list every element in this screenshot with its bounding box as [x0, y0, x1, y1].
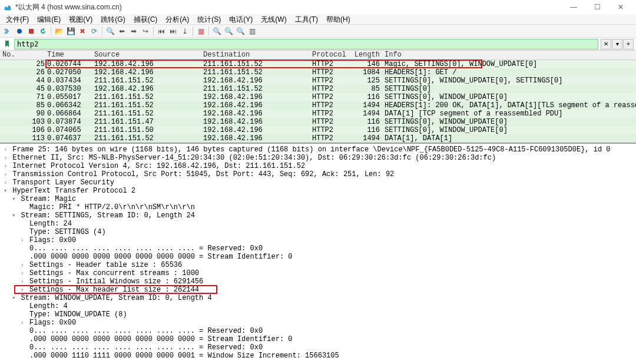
expand-caret-icon[interactable]: ›: [2, 154, 8, 162]
menu-tools[interactable]: 工具(T): [292, 14, 322, 24]
col-time[interactable]: Time: [47, 51, 94, 59]
detail-line[interactable]: .000 0000 0000 0000 0000 0000 0000 0000 …: [2, 335, 634, 343]
goto-icon[interactable]: ↪: [140, 26, 151, 37]
detail-line[interactable]: › Settings - Max header list size : 2621…: [2, 286, 634, 294]
resize-columns-icon[interactable]: ▥: [247, 26, 257, 37]
expand-caret-icon[interactable]: ›: [2, 162, 8, 170]
menu-jump[interactable]: 跳转(G): [97, 14, 128, 24]
collapse-caret-icon[interactable]: ▾: [11, 195, 16, 203]
detail-line[interactable]: › Transmission Control Protocol, Src Por…: [2, 170, 634, 178]
capture-options-icon[interactable]: [14, 26, 25, 37]
colorize-icon[interactable]: ▦: [196, 26, 206, 37]
expand-caret-icon[interactable]: ›: [19, 277, 25, 286]
expand-caret-icon[interactable]: ›: [19, 269, 25, 277]
expand-caret-icon[interactable]: ›: [19, 236, 25, 244]
detail-line[interactable]: ▾ HyperText Transfer Protocol 2: [2, 187, 634, 195]
menu-view[interactable]: 视图(V): [65, 14, 96, 24]
menu-capture[interactable]: 捕获(C): [130, 14, 161, 24]
restart-icon[interactable]: [38, 26, 48, 37]
detail-line[interactable]: 0... .... .... .... .... .... .... .... …: [2, 343, 634, 352]
prev-icon[interactable]: ⬅: [117, 26, 127, 37]
col-protocol[interactable]: Protocol: [312, 51, 353, 59]
display-filter-input[interactable]: [14, 39, 598, 49]
col-source[interactable]: Source: [94, 51, 203, 59]
detail-line[interactable]: ▾ Stream: SETTINGS, Stream ID: 0, Length…: [2, 211, 634, 220]
packet-details-pane[interactable]: › Frame 25: 146 bytes on wire (1168 bits…: [0, 144, 636, 362]
next-icon[interactable]: ➡: [128, 26, 139, 37]
detail-line[interactable]: Length: 4: [2, 302, 634, 310]
packet-row[interactable]: 710.055017211.161.151.52192.168.42.196HT…: [0, 93, 636, 101]
first-packet-icon[interactable]: ⏮: [156, 26, 167, 37]
packet-row[interactable]: 850.066342211.161.151.52192.168.42.196HT…: [0, 101, 636, 110]
menu-analyze[interactable]: 分析(A): [162, 14, 193, 24]
last-packet-icon[interactable]: ⏭: [168, 26, 178, 37]
packet-row[interactable]: 1130.074637211.161.151.52192.168.42.196H…: [0, 134, 636, 143]
packet-list-pane[interactable]: 250.026744192.168.42.196211.161.151.52HT…: [0, 60, 636, 144]
packet-row[interactable]: 1030.073874211.161.151.47192.168.42.196H…: [0, 118, 636, 126]
col-no[interactable]: No.: [0, 51, 47, 59]
col-destination[interactable]: Destination: [203, 51, 312, 59]
detail-line[interactable]: › Settings - Max concurrent streams : 10…: [2, 269, 634, 277]
expand-caret-icon[interactable]: ›: [19, 319, 25, 327]
expand-caret-icon[interactable]: ›: [2, 178, 8, 187]
detail-line[interactable]: › Frame 25: 146 bytes on wire (1168 bits…: [2, 145, 634, 154]
detail-line[interactable]: 0... .... .... .... .... .... .... .... …: [2, 327, 634, 335]
minimize-button[interactable]: —: [562, 0, 585, 14]
packet-row[interactable]: 260.027050192.168.42.196211.161.151.52HT…: [0, 68, 636, 77]
detail-line[interactable]: › Settings - Header table size : 65536: [2, 261, 634, 269]
expand-caret-icon[interactable]: ›: [19, 261, 25, 269]
filter-apply-button[interactable]: ▾: [612, 39, 622, 49]
col-info[interactable]: Info: [380, 51, 636, 59]
detail-line[interactable]: 0... .... .... .... .... .... .... .... …: [2, 244, 634, 253]
menu-help[interactable]: 帮助(H): [323, 14, 354, 24]
col-length[interactable]: Length: [353, 51, 380, 59]
close-button[interactable]: ✕: [609, 0, 632, 14]
filter-clear-button[interactable]: ✕: [601, 39, 611, 49]
menu-stats[interactable]: 统计(S): [194, 14, 224, 24]
detail-line[interactable]: › Flags: 0x00: [2, 236, 634, 244]
zoom-in-icon[interactable]: 🔍: [211, 26, 222, 37]
packet-row[interactable]: 440.037434211.161.151.52192.168.42.196HT…: [0, 77, 636, 85]
filter-add-button[interactable]: +: [623, 39, 634, 49]
zoom-reset-icon[interactable]: 🔍: [235, 26, 246, 37]
menu-wireless[interactable]: 无线(W): [257, 14, 290, 24]
reload-icon[interactable]: ⟳: [89, 26, 100, 37]
close-file-icon[interactable]: ✖: [77, 26, 88, 37]
expand-caret-icon[interactable]: ›: [2, 145, 8, 154]
capture-start-icon[interactable]: [2, 26, 13, 37]
find-icon[interactable]: 🔍: [105, 26, 115, 37]
detail-line[interactable]: Type: SETTINGS (4): [2, 228, 634, 236]
collapse-caret-icon[interactable]: ▾: [2, 187, 8, 195]
autoscroll-icon[interactable]: ⤓: [180, 26, 190, 37]
expand-caret-icon[interactable]: ›: [2, 170, 8, 178]
packet-row[interactable]: 900.066864211.161.151.52192.168.42.196HT…: [0, 110, 636, 118]
collapse-caret-icon[interactable]: ▾: [11, 211, 16, 220]
detail-text: 0... .... .... .... .... .... .... .... …: [25, 327, 263, 335]
detail-line[interactable]: › Transport Layer Security: [2, 178, 634, 187]
menu-file[interactable]: 文件(F): [2, 14, 32, 24]
packet-row[interactable]: 450.037530192.168.42.196211.161.151.52HT…: [0, 85, 636, 93]
detail-line[interactable]: › Internet Protocol Version 4, Src: 192.…: [2, 162, 634, 170]
open-icon[interactable]: 📂: [54, 26, 64, 37]
menu-edit[interactable]: 编辑(E): [34, 14, 64, 24]
detail-line[interactable]: ▾ Stream: Magic: [2, 195, 634, 203]
maximize-button[interactable]: ☐: [585, 0, 609, 14]
detail-line[interactable]: .000 0000 0000 0000 0000 0000 0000 0000 …: [2, 253, 634, 261]
detail-line[interactable]: › Settings - Initial Windows size : 6291…: [2, 277, 634, 286]
detail-line[interactable]: › Flags: 0x00: [2, 319, 634, 327]
save-icon[interactable]: 💾: [65, 26, 76, 37]
packet-row[interactable]: 250.026744192.168.42.196211.161.151.52HT…: [0, 60, 636, 68]
expand-caret-icon[interactable]: ›: [19, 286, 25, 294]
packet-row[interactable]: 1060.074065211.161.151.50192.168.42.196H…: [0, 126, 636, 134]
detail-line[interactable]: › Ethernet II, Src: MS-NLB-PhysServer-14…: [2, 154, 634, 162]
filter-bookmark-icon[interactable]: [2, 39, 12, 49]
detail-line[interactable]: .000 0000 1110 1111 0000 0000 0000 0001 …: [2, 352, 634, 360]
detail-line[interactable]: Type: WINDOW_UPDATE (8): [2, 310, 634, 319]
stop-icon[interactable]: [26, 26, 37, 37]
collapse-caret-icon[interactable]: ▾: [11, 294, 16, 302]
menu-telephony[interactable]: 电话(Y): [226, 14, 256, 24]
zoom-out-icon[interactable]: 🔍: [223, 26, 234, 37]
detail-line[interactable]: Magic: PRI * HTTP/2.0\r\n\r\nSM\r\n\r\n: [2, 203, 634, 211]
detail-line[interactable]: Length: 24: [2, 220, 634, 228]
detail-line[interactable]: ▾ Stream: WINDOW_UPDATE, Stream ID: 0, L…: [2, 294, 634, 302]
